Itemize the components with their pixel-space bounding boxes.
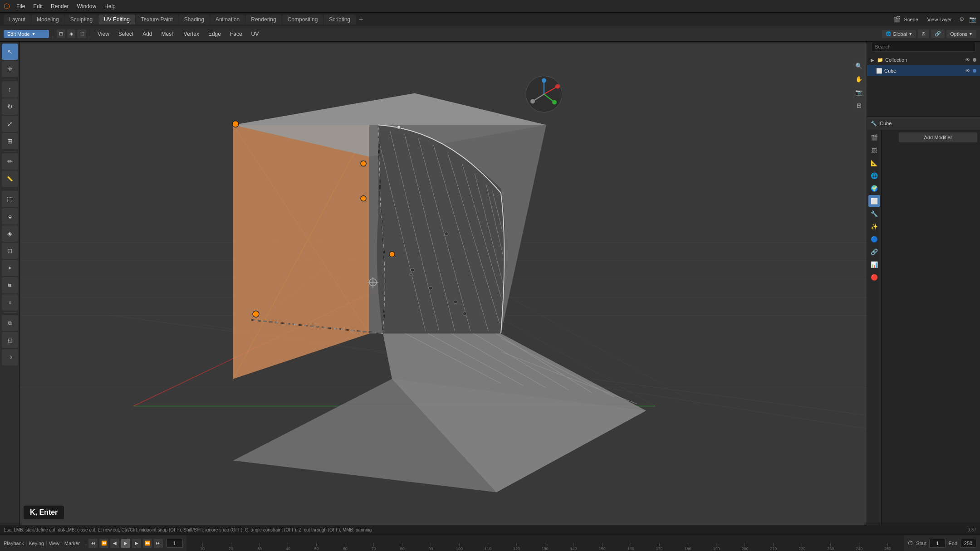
props-icon-world[interactable]: 🌍 bbox=[868, 182, 880, 194]
mesh-menu[interactable]: Mesh bbox=[158, 30, 178, 38]
keying-label[interactable]: Keying bbox=[29, 541, 44, 546]
key-overlay-text: K, Enter bbox=[30, 508, 58, 516]
tool-sep-3 bbox=[4, 189, 16, 189]
prev-frame-btn[interactable]: ◀ bbox=[110, 539, 119, 548]
viewport-ov-zoom[interactable]: 🔍 bbox=[853, 60, 865, 72]
outliner-eye-btn[interactable]: 👁 bbox=[965, 57, 970, 63]
inset-tool[interactable]: ⬙ bbox=[2, 208, 18, 224]
toolbar-mode-icon-1[interactable]: ⊡ bbox=[57, 29, 65, 38]
fill-tool[interactable]: ☽ bbox=[2, 349, 18, 366]
rotate-tool[interactable]: ↻ bbox=[2, 98, 18, 115]
tick-10: 10 bbox=[188, 543, 217, 551]
outliner-item-cube[interactable]: ⬜ Cube 👁 bbox=[867, 65, 980, 76]
playback-label[interactable]: Playback bbox=[4, 541, 24, 546]
viewport-ov-grid[interactable]: ⊞ bbox=[853, 99, 865, 111]
tool-sep-1 bbox=[4, 79, 16, 79]
vertex-menu[interactable]: Vertex bbox=[180, 30, 203, 38]
polybuild-tool[interactable]: ✦ bbox=[2, 260, 18, 276]
current-frame-input[interactable] bbox=[167, 539, 183, 548]
tab-uv-editing[interactable]: UV Editing bbox=[98, 15, 135, 24]
toolbar-mode-icon-3[interactable]: ⬚ bbox=[77, 29, 86, 38]
props-icon-material[interactable]: 🔴 bbox=[868, 271, 880, 283]
play-btn[interactable]: ▶ bbox=[121, 539, 130, 548]
start-frame-input[interactable] bbox=[929, 539, 946, 548]
jump-end-btn[interactable]: ⏭ bbox=[154, 539, 163, 548]
render-engine-btn[interactable]: ⚙ bbox=[959, 16, 965, 23]
props-icon-object[interactable]: ⬜ bbox=[868, 195, 880, 207]
global-transform-dropdown[interactable]: 🌐 Global ▼ bbox=[882, 30, 916, 38]
prev-keyframe-btn[interactable]: ⏪ bbox=[99, 539, 108, 548]
bisect-tool[interactable]: ◱ bbox=[2, 332, 18, 348]
next-frame-btn[interactable]: ▶ bbox=[132, 539, 141, 548]
outliner-search-input[interactable] bbox=[872, 42, 975, 52]
tab-modeling[interactable]: Modeling bbox=[31, 15, 64, 24]
props-icon-scene[interactable]: 🌐 bbox=[868, 170, 880, 181]
tab-shading[interactable]: Shading bbox=[179, 15, 210, 24]
uv-menu[interactable]: UV bbox=[248, 30, 263, 38]
menu-help[interactable]: Help bbox=[101, 2, 119, 10]
measure-tool[interactable]: 📏 bbox=[2, 171, 18, 187]
marker-label[interactable]: Marker bbox=[64, 541, 80, 546]
edge-menu[interactable]: Edge bbox=[205, 30, 225, 38]
render-btn[interactable]: 📷 bbox=[969, 16, 976, 23]
view-layer-label[interactable]: View Layer bbox=[927, 17, 952, 22]
toolbar-mode-icon-2[interactable]: ◈ bbox=[67, 29, 75, 38]
snap-btn[interactable]: 🔗 bbox=[931, 29, 945, 38]
bevel-tool[interactable]: ◈ bbox=[2, 225, 18, 242]
jump-start-btn[interactable]: ⏮ bbox=[88, 539, 98, 548]
view-label[interactable]: View bbox=[49, 541, 60, 546]
outliner-cube-eye-btn[interactable]: 👁 bbox=[965, 68, 970, 73]
tab-scripting[interactable]: Scripting bbox=[323, 15, 356, 24]
viewport[interactable]: View Select Add ⊡ ▼ ● ◉ ◎ ☐ User Perspec… bbox=[20, 42, 867, 535]
add-menu[interactable]: Add bbox=[139, 30, 156, 38]
props-icon-constraints[interactable]: 🔗 bbox=[868, 246, 880, 258]
viewport-ov-pan[interactable]: ✋ bbox=[853, 73, 865, 85]
props-icon-particles[interactable]: ✨ bbox=[868, 220, 880, 232]
annotate-tool[interactable]: ✏ bbox=[2, 153, 18, 170]
cursor-tool[interactable]: ✛ bbox=[2, 61, 18, 77]
menu-file[interactable]: File bbox=[13, 2, 29, 10]
add-modifier-btn[interactable]: Add Modifier bbox=[899, 132, 977, 142]
props-icon-data[interactable]: 📊 bbox=[868, 258, 880, 270]
select-tool[interactable]: ↖ bbox=[2, 44, 18, 60]
transform-tool[interactable]: ⊞ bbox=[2, 133, 18, 149]
tick-210: 210 bbox=[759, 543, 788, 551]
props-icon-output[interactable]: 🖼 bbox=[868, 144, 880, 156]
props-icon-render[interactable]: 🎬 bbox=[868, 132, 880, 143]
next-keyframe-btn[interactable]: ⏩ bbox=[143, 539, 152, 548]
extrude-tool[interactable]: ⬚ bbox=[2, 191, 18, 207]
tab-animation[interactable]: Animation bbox=[210, 15, 245, 24]
viewport-overlay-icons: 🔍 ✋ 📷 ⊞ bbox=[853, 60, 865, 111]
tab-sculpting[interactable]: Sculpting bbox=[65, 15, 98, 24]
loopcut-tool[interactable]: ⊡ bbox=[2, 243, 18, 259]
smooth-tool[interactable]: ⌗ bbox=[2, 294, 18, 311]
props-icon-modifier[interactable]: 🔧 bbox=[868, 208, 880, 219]
options-btn[interactable]: Options ▼ bbox=[946, 30, 976, 38]
props-icon-view-layer[interactable]: 📐 bbox=[868, 157, 880, 169]
proportional-btn[interactable]: ⊙ bbox=[918, 29, 929, 38]
timeline-ruler[interactable]: 10 20 30 40 50 60 70 80 90 100 110 120 1… bbox=[186, 535, 904, 551]
blender-logo[interactable]: ⬡ bbox=[4, 2, 10, 10]
menu-window[interactable]: Window bbox=[73, 2, 100, 10]
tab-layout[interactable]: Layout bbox=[4, 15, 31, 24]
move-tool[interactable]: ↕ bbox=[2, 81, 18, 98]
tab-compositing[interactable]: Compositing bbox=[282, 15, 323, 24]
knife-tool[interactable]: ⧉ bbox=[2, 315, 18, 331]
add-workspace-btn[interactable]: + bbox=[356, 15, 366, 24]
spin-tool[interactable]: ≋ bbox=[2, 277, 18, 293]
props-icon-physics[interactable]: 🔵 bbox=[868, 233, 880, 245]
viewport-ov-camera[interactable]: 📷 bbox=[853, 86, 865, 98]
scale-tool[interactable]: ⤢ bbox=[2, 116, 18, 132]
face-menu[interactable]: Face bbox=[226, 30, 246, 38]
edit-mode-dropdown[interactable]: Edit Mode ▼ bbox=[4, 30, 49, 38]
menu-render[interactable]: Render bbox=[47, 2, 72, 10]
tick-160: 160 bbox=[617, 543, 645, 551]
outliner-item-collection[interactable]: ▶ 📁 Collection 👁 bbox=[867, 54, 980, 65]
select-menu[interactable]: Select bbox=[115, 30, 137, 38]
tab-rendering[interactable]: Rendering bbox=[245, 15, 281, 24]
menu-edit[interactable]: Edit bbox=[29, 2, 46, 10]
scene-label[interactable]: Scene bbox=[904, 17, 918, 22]
view-menu[interactable]: View bbox=[94, 30, 113, 38]
tab-texture-paint[interactable]: Texture Paint bbox=[136, 15, 178, 24]
end-frame-input[interactable] bbox=[960, 539, 976, 548]
